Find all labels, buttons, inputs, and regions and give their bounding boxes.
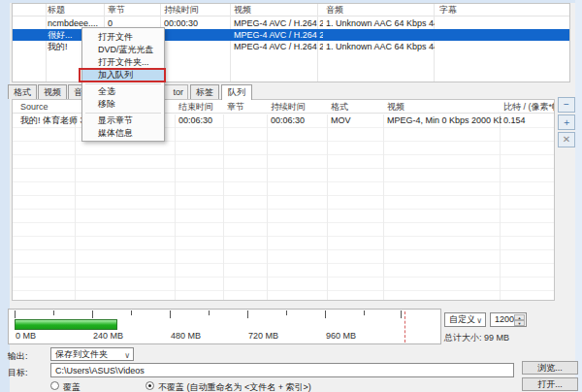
cell-audio: 1. Unknown AAC 64 Kbps 44100 Hz ... [326,41,435,52]
cell-duration: 00:06:30 [271,114,327,128]
menu-item-label: 加入队列 [98,70,133,80]
spinner-down-icon[interactable]: ▼ [514,320,525,326]
grid-line [223,114,224,300]
ruler-tick [15,310,16,318]
menu-item-dvd-bluray[interactable]: DVD/蓝光光盘 [82,44,164,56]
size-ruler-panel: 0 MB 240 MB 480 MB 720 MB 960 MB [8,309,441,344]
tab-format[interactable]: 格式 [8,84,37,99]
column-header-end-time[interactable]: 结束时间 [178,100,225,113]
tab-labels[interactable]: 标签 [190,84,219,99]
column-header-bits-per-pixel[interactable]: 比特 / (像素*帧) [503,100,554,113]
scale-label: 0 MB [16,331,36,341]
grid-line [327,114,328,300]
menu-item-media-info[interactable]: 媒体信息 [82,127,164,140]
column-header-chapter[interactable]: 章节 [108,4,156,16]
queue-table-body: 我的! 体育老师 32.4 00:06:30 00:06:30 MOV MPEG… [13,114,554,300]
column-header-title[interactable]: 标题 [48,4,104,16]
queue-add-button[interactable]: ＋ [558,114,575,130]
open-button[interactable]: 打开... [522,377,578,391]
ruler-tick [53,310,54,315]
ruler-tick [364,310,365,315]
preset-dropdown[interactable]: 自定义 ∨ [444,312,486,327]
source-table-header: 标题 章节 持续时间 视频 音频 字幕 [13,4,569,16]
total-size-label: 总计大小: [444,333,482,343]
menu-item-add-to-queue[interactable]: 加入队列 [82,69,164,82]
total-size-value: 99 MB [484,333,509,343]
queue-remove-button[interactable]: ✕ [558,132,575,147]
no-overwrite-radio[interactable] [146,381,154,390]
ruler-tick [209,310,210,315]
scale-label: 480 MB [171,331,201,341]
chevron-down-icon: ∨ [476,314,482,327]
grid-line [383,114,384,300]
overwrite-radio[interactable] [50,381,59,390]
column-header-duration[interactable]: 持续时间 [271,100,327,113]
target-label: 目标: [8,367,28,379]
no-overwrite-label: 不覆盖 (自动重命名为 <文件名 + 索引>) [158,381,311,392]
chevron-down-icon: ∨ [124,349,130,362]
window-frame-right [575,0,582,392]
ruler-tick [401,310,402,318]
grid-line [75,114,76,300]
column-header-audio[interactable]: 音频 [326,4,435,16]
menu-item-open-folder[interactable]: 打开文件夹... [82,56,164,69]
cell-video: MPEG-4 AVC / H.264 25.0... [234,17,323,29]
overwrite-label: 覆盖 [63,381,81,392]
tab-video[interactable]: 视频 [38,84,67,99]
ruler-tick [92,310,93,318]
ruler-tick [131,310,132,315]
preset-value: 自定义 [449,314,475,324]
output-label: 输出: [8,350,28,363]
scale-label: 720 MB [248,331,278,341]
grid-line [175,114,176,300]
queue-move-up-button[interactable]: − [558,97,575,113]
size-limit-line [404,311,405,343]
cell-video: MPEG-4, Min 0 Kbps 2000 Kbps Max ... [387,114,501,128]
ruler-tick [247,310,248,318]
ruler-tick [286,310,287,315]
total-size: 总计大小: 99 MB [444,332,509,344]
output-mode-value: 保存到文件夹 [55,349,108,359]
cell-end-time: 00:06:30 [178,114,225,128]
browse-button[interactable]: 浏览... [522,361,578,375]
column-header-format[interactable]: 格式 [331,100,383,113]
column-header-video[interactable]: 视频 [234,4,323,16]
column-header-duration[interactable]: 持续时间 [164,4,226,16]
cell-video: MPEG-4 AVC / H.264 25.0... [234,29,323,41]
cell-bits-per-pixel: 0.154 [503,114,554,128]
menu-item-select-all[interactable]: 全选 [82,85,164,98]
scale-label: 960 MB [326,331,356,341]
column-header-chapter[interactable]: 章节 [227,100,268,113]
context-menu: 打开文件 DVD/蓝光光盘 打开文件夹... 加入队列 全选 移除 显示章节 媒… [81,27,165,142]
ruler-tick [170,310,171,318]
output-mode-dropdown[interactable]: 保存到文件夹 ∨ [50,347,134,361]
tab-queue[interactable]: 队列 [221,84,252,100]
menu-item-show-chapters[interactable]: 显示章节 [82,114,164,127]
column-header-subtitle[interactable]: 字幕 [439,4,566,16]
menu-item-open-file[interactable]: 打开文件 [82,31,164,44]
ruler-tick [325,310,326,318]
menu-item-remove[interactable]: 移除 [82,98,164,111]
size-progress-bar [15,319,117,330]
cell-duration: 00:00:30 [164,17,226,29]
target-path-input[interactable] [50,363,514,377]
grid-line [500,114,501,300]
size-spinner[interactable]: 1200 ▲ ▼ [490,312,527,327]
column-header-video[interactable]: 视频 [387,100,501,113]
size-value: 1200 [495,314,514,324]
cell-format: MOV [331,114,383,128]
cell-video: MPEG-4 AVC / H.264 25.0... [234,41,323,52]
scale-label: 240 MB [93,331,123,341]
grid-line [267,114,268,300]
cell-audio: 1. Unknown AAC 64 Kbps 44100 Hz ... [326,17,435,29]
